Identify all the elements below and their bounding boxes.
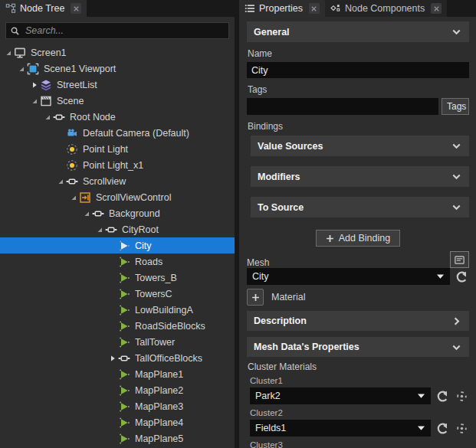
tree-item-scrollview[interactable]: Scrollview xyxy=(0,173,235,189)
expander-spacer xyxy=(107,434,117,443)
mesh-dropdown[interactable]: City xyxy=(247,268,450,285)
tags-button[interactable]: Tags xyxy=(442,98,469,115)
dropdown-arrow-icon xyxy=(417,425,425,431)
section-description-title: Description xyxy=(254,316,307,326)
tree-item-label: Default Camera (Default) xyxy=(83,128,189,139)
section-general[interactable]: General xyxy=(247,21,469,42)
expander-expanded-icon[interactable] xyxy=(29,96,39,105)
section-to-source[interactable]: To Source xyxy=(251,197,469,217)
tree-item-label: Background xyxy=(109,208,160,219)
expander-spacer xyxy=(55,129,65,137)
expander-expanded-icon[interactable] xyxy=(94,225,104,234)
tree-item-point-light[interactable]: Point Light xyxy=(0,141,235,157)
expander-spacer xyxy=(107,322,117,330)
tree-item-scene[interactable]: Scene xyxy=(0,93,235,109)
tree-item-towers-b[interactable]: Towers_B xyxy=(0,270,235,286)
chevron-down-icon xyxy=(451,342,462,353)
mesh-icon xyxy=(118,401,130,413)
expander-spacer xyxy=(55,161,65,169)
reset-cluster-2-button[interactable] xyxy=(435,421,450,436)
mesh-icon xyxy=(118,256,130,268)
node-tree-icon xyxy=(5,3,16,14)
tree-item-mapplane3[interactable]: MapPlane3 xyxy=(0,398,235,414)
name-field[interactable] xyxy=(247,62,469,78)
expander-expanded-icon[interactable] xyxy=(16,64,26,73)
tree-item-mapplane1[interactable]: MapPlane1 xyxy=(0,366,235,382)
mesh-icon xyxy=(118,417,130,429)
tree-item-scene1-viewport[interactable]: Scene1 Viewport xyxy=(0,60,235,77)
expander-expanded-icon[interactable] xyxy=(3,48,13,57)
tree-item-default-camera-default-[interactable]: Default Camera (Default) xyxy=(0,125,235,141)
cluster-2-dropdown[interactable]: Fields1 xyxy=(250,420,431,437)
expander-expanded-icon[interactable] xyxy=(81,209,91,217)
dropdown-arrow-icon xyxy=(436,273,445,280)
expander-expanded-icon[interactable] xyxy=(55,177,65,185)
section-value-sources[interactable]: Value Sources xyxy=(251,136,469,156)
close-icon[interactable] xyxy=(431,3,442,14)
reset-cluster-1-button[interactable] xyxy=(435,389,450,404)
tab-node-tree-label: Node Tree xyxy=(20,3,64,14)
properties-tabbar: Properties Node Components xyxy=(239,0,476,17)
node-tree: Screen1Scene1 ViewportStreetListSceneRoo… xyxy=(0,44,235,446)
tree-item-towersc[interactable]: TowersC xyxy=(0,286,235,302)
expander-spacer xyxy=(107,402,117,410)
tree-item-point-light-x1[interactable]: Point Light_x1 xyxy=(0,157,235,173)
pick-cluster-2-button[interactable] xyxy=(455,421,469,436)
tree-item-streetlist[interactable]: StreetList xyxy=(0,77,235,93)
tree-item-roadsideblocks[interactable]: RoadSideBlocks xyxy=(0,318,235,334)
cluster-1-dropdown[interactable]: Park2 xyxy=(250,388,431,404)
tab-properties[interactable]: Properties xyxy=(239,0,325,17)
expander-expanded-icon[interactable] xyxy=(68,193,78,201)
add-material-button[interactable] xyxy=(247,289,264,306)
expander-spacer xyxy=(107,289,117,298)
add-binding-button[interactable]: Add Binding xyxy=(316,230,400,247)
expander-collapsed-icon[interactable] xyxy=(107,354,117,362)
expander-spacer xyxy=(107,418,117,427)
tree-item-label: MapPlane3 xyxy=(135,401,183,412)
tab-node-tree[interactable]: Node Tree xyxy=(0,0,87,17)
tree-item-scrollviewcontrol[interactable]: ScrollViewControl xyxy=(0,189,235,205)
camera-icon xyxy=(66,127,78,139)
search-input[interactable] xyxy=(24,25,225,37)
cluster-2-label: Cluster2 xyxy=(250,408,469,417)
target-icon xyxy=(455,422,468,435)
section-mesh-data[interactable]: Mesh Data's Properties xyxy=(247,337,469,357)
tree-item-label: TallTower xyxy=(135,337,175,348)
pick-cluster-1-button[interactable] xyxy=(455,389,469,404)
tree-item-mapplane5[interactable]: MapPlane5 xyxy=(0,430,235,446)
reset-icon xyxy=(436,390,449,403)
section-mesh-data-title: Mesh Data's Properties xyxy=(254,342,359,352)
tree-item-cityroot[interactable]: CityRoot xyxy=(0,221,235,237)
expander-expanded-icon[interactable] xyxy=(42,113,52,121)
properties-content: General Name Tags Tags Bindings Value So… xyxy=(239,17,476,448)
expander-spacer xyxy=(55,145,65,153)
tags-field[interactable] xyxy=(247,98,438,115)
section-description[interactable]: Description xyxy=(247,311,469,331)
target-icon xyxy=(455,390,468,403)
expander-collapsed-icon[interactable] xyxy=(29,80,39,89)
tree-item-background[interactable]: Background xyxy=(0,205,235,221)
close-icon[interactable] xyxy=(309,3,320,14)
open-in-editor-button[interactable] xyxy=(450,251,469,268)
layers-icon xyxy=(40,79,52,91)
tree-item-screen1[interactable]: Screen1 xyxy=(0,44,235,60)
mesh-icon xyxy=(118,384,130,397)
chevron-right-icon xyxy=(451,316,462,327)
tree-item-city[interactable]: City xyxy=(0,237,235,253)
tree-item-mapplane4[interactable]: MapPlane4 xyxy=(0,414,235,430)
tree-item-label: TallOfficeBlocks xyxy=(135,353,202,364)
cluster-materials-label: Cluster Materials xyxy=(248,361,469,372)
tree-item-talltower[interactable]: TallTower xyxy=(0,334,235,350)
tree-item-roads[interactable]: Roads xyxy=(0,253,235,270)
tree-item-root-node[interactable]: Root Node xyxy=(0,109,235,125)
cluster-1: Cluster1 Park2 Cluster2 xyxy=(250,376,469,448)
mesh-icon xyxy=(118,368,130,381)
tree-item-mapplane2[interactable]: MapPlane2 xyxy=(0,382,235,398)
reset-mesh-button[interactable] xyxy=(455,270,469,284)
close-icon[interactable] xyxy=(71,3,81,14)
section-modifiers[interactable]: Modifiers xyxy=(251,166,469,187)
node-tree-tabbar: Node Tree xyxy=(0,0,235,17)
tree-item-lowbuildinga[interactable]: LowBuildingA xyxy=(0,302,235,318)
tab-node-components[interactable]: Node Components xyxy=(325,0,447,17)
tree-item-tallofficeblocks[interactable]: TallOfficeBlocks xyxy=(0,350,235,366)
